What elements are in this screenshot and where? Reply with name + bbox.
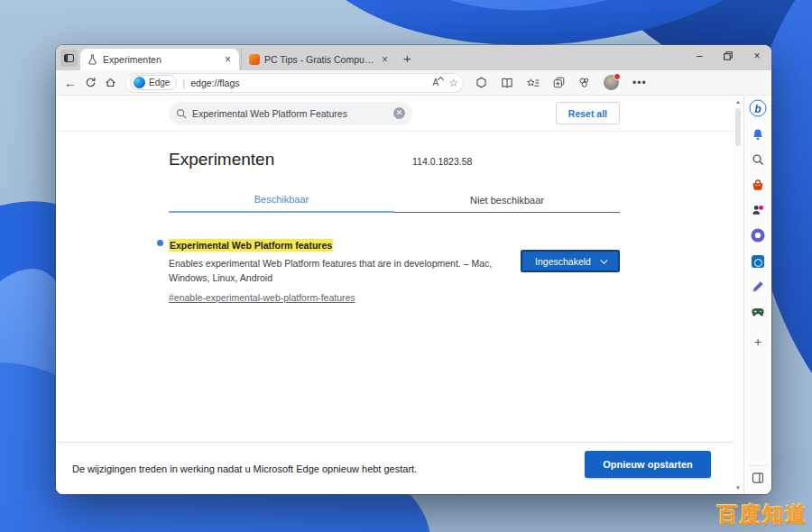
page-scrollbar[interactable]: ▲ ▼ [733,96,743,494]
divider: | [182,78,185,88]
page-title: Experimenten [169,150,620,170]
flag-bullet-icon [157,240,163,246]
edge-sidebar: b + ⚙ [743,96,771,494]
tab-title: Experimenten [103,54,218,65]
refresh-icon[interactable] [85,77,97,88]
tab-pc-tips[interactable]: PC Tips - Gratis Computer Tips... × [241,49,396,70]
vertical-tabs-icon [64,54,74,62]
restore-button[interactable] [714,45,743,67]
url-text[interactable]: edge://flags [190,78,427,88]
flag-name-highlighted: Experimental Web Platform features [169,239,333,252]
tab-strip: Experimenten × PC Tips - Gratis Computer… [56,45,771,70]
tab-unavailable[interactable]: Niet beschikbaar [394,188,620,213]
scroll-down-icon[interactable]: ▼ [733,485,743,491]
close-button[interactable]: × [743,45,771,67]
flag-state-dropdown[interactable]: Ingeschakeld [521,250,620,272]
flag-state-value: Ingeschakeld [535,256,591,267]
flag-entry: Experimental Web Platform features Enabl… [169,236,620,305]
collections-icon[interactable] [501,78,513,88]
browser-toolbar: ← Edge | edge://flags A ☆ [56,70,771,96]
add-tab-to-collection-icon[interactable] [553,77,565,88]
onenote-pen-icon[interactable] [752,280,764,293]
new-tab-button[interactable]: + [403,50,411,66]
tab-title: PC Tips - Gratis Computer Tips... [264,54,375,65]
people-icon[interactable] [752,204,764,216]
drop-icon[interactable] [752,128,764,141]
tab-available[interactable]: Beschikbaar [169,188,394,213]
toolbar-icon-cluster: ••• [475,75,647,90]
chevron-down-icon [600,256,607,263]
extensions-icon[interactable] [475,77,487,88]
flag-permalink[interactable]: #enable-experimental-web-platform-featur… [169,292,355,303]
add-favorite-star-icon[interactable]: ☆ [448,77,458,89]
tab-actions-menu-button[interactable] [60,50,78,67]
window-controls: – × [685,45,771,67]
edge-browser-window: Experimenten × PC Tips - Gratis Computer… [56,45,771,494]
customize-sidebar-button[interactable]: + [754,335,761,349]
flags-search-row: ✕ Reset all [56,96,733,132]
flags-page: ✕ Reset all Experimenten 114.0.1823.58 B… [56,96,733,494]
sidebar-search-icon[interactable] [752,154,764,166]
scroll-up-icon[interactable]: ▲ [733,99,743,105]
restart-bar: De wijzigingen treden in werking nadat u… [56,442,733,494]
bing-chat-icon[interactable]: b [750,100,767,117]
more-menu-icon[interactable]: ••• [632,77,647,89]
scrollbar-thumb[interactable] [735,108,741,146]
restart-button[interactable]: Opnieuw opstarten [585,451,711,478]
address-bar[interactable]: Edge | edge://flags A ☆ [125,73,464,93]
watermark: 百度知道 [717,500,807,528]
search-icon [176,108,187,119]
designer-icon[interactable] [752,229,765,243]
home-icon[interactable] [105,77,116,88]
flags-search-box[interactable]: ✕ [169,102,412,125]
pc-tips-favicon [248,54,260,66]
flask-icon [87,54,98,66]
tab-close-icon[interactable]: × [380,53,390,66]
sidebar-pane-toggle-icon[interactable] [752,472,764,483]
profile-avatar[interactable] [604,75,619,90]
sidebar-divider [749,465,767,466]
availability-tabs: Beschikbaar Niet beschikbaar [169,188,620,213]
games-icon[interactable] [752,307,765,317]
minimize-button[interactable]: – [685,45,714,67]
browser-version: 114.0.1823.58 [412,156,472,167]
search-input[interactable] [192,108,388,119]
tab-close-icon[interactable]: × [223,53,233,66]
tab-experimenten[interactable]: Experimenten × [80,49,239,70]
outlook-icon[interactable] [752,255,764,268]
edge-logo-icon [134,77,145,88]
shopping-icon[interactable] [752,179,765,191]
restart-notice: De wijzigingen treden in werking nadat u… [72,463,417,474]
reset-all-button[interactable]: Reset all [556,102,620,124]
read-aloud-icon[interactable]: A [433,78,444,87]
site-badge-label: Edge [149,78,170,87]
site-badge[interactable]: Edge [130,75,177,90]
clear-search-icon[interactable]: ✕ [393,107,405,119]
flag-description: Enables experimental Web Platform featur… [169,257,507,286]
favorites-icon[interactable] [527,78,540,88]
back-icon[interactable]: ← [64,77,77,89]
browser-essentials-icon[interactable] [578,77,590,88]
